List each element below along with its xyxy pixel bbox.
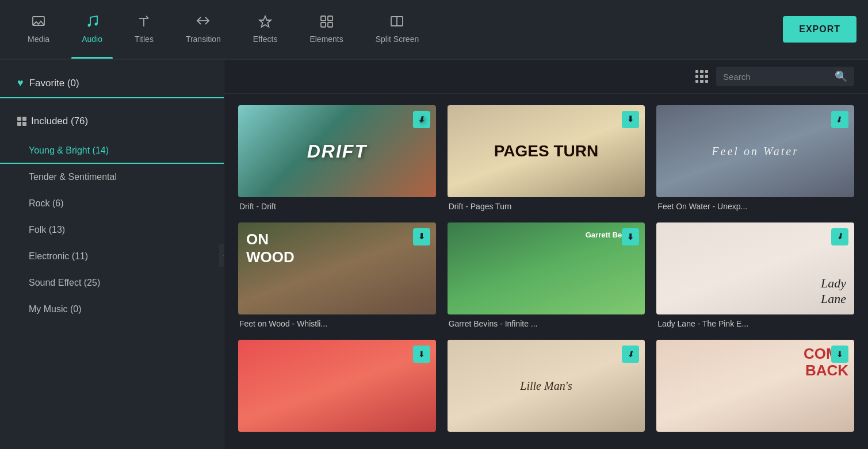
- pages-thumb-text: PAGES TURN: [494, 143, 599, 160]
- search-bar: 🔍: [224, 60, 868, 94]
- media-label: Media: [28, 34, 49, 44]
- music-card-infinite[interactable]: Garrett Bevins ⬇ Garret Bevins - Infinit…: [448, 222, 645, 328]
- bottom2-thumb-text: Lille Man's: [520, 379, 572, 393]
- music-card-water[interactable]: Feel on Water ⬇ Feet On Water - Unexp...: [656, 105, 854, 211]
- music-card-bottom2-thumb: Lille Man's ⬇: [448, 340, 645, 432]
- sidebar-item-tender[interactable]: Tender & Sentimental: [0, 164, 224, 190]
- content-area: 🔍 DRIFT ⬇ Drift - Drift PAGES TURN ⬇ Dri…: [224, 60, 868, 449]
- pages-download-badge[interactable]: ⬇: [622, 111, 639, 128]
- lady-download-badge[interactable]: ⬇: [831, 228, 848, 245]
- music-card-wood[interactable]: ON WOOD ⬇ Feet on Wood - Whistli...: [238, 222, 436, 328]
- infinite-download-badge[interactable]: ⬇: [622, 228, 639, 245]
- svg-rect-8: [321, 16, 326, 21]
- sidebar-included-header: Included (76): [0, 110, 224, 137]
- music-card-bottom3-thumb: COME BACK ⬇: [656, 340, 854, 432]
- nav-item-titles[interactable]: Titles: [118, 0, 170, 59]
- audio-label: Audio: [82, 34, 102, 44]
- music-card-lady-thumb: Lady Lane ⬇: [656, 222, 854, 314]
- lady-thumb-text: Lady Lane: [821, 276, 846, 306]
- svg-rect-9: [328, 16, 332, 21]
- grid-view-toggle[interactable]: [695, 70, 708, 83]
- svg-rect-11: [328, 22, 332, 27]
- bottom3-download-badge[interactable]: ⬇: [831, 346, 848, 363]
- music-card-lady[interactable]: Lady Lane ⬇ Lady Lane - The Pink E...: [656, 222, 854, 328]
- nav-item-audio[interactable]: Audio: [66, 0, 118, 59]
- search-icon: 🔍: [835, 70, 847, 83]
- export-button[interactable]: EXPORT: [783, 16, 856, 43]
- favorite-label: Favorite (0): [29, 78, 79, 89]
- music-card-bottom1[interactable]: ⬇: [238, 340, 436, 436]
- search-wrapper: 🔍: [716, 67, 854, 86]
- music-card-pages-title: Drift - Pages Turn: [448, 202, 645, 211]
- bottom2-download-badge[interactable]: ⬇: [622, 346, 639, 363]
- sidebar-favorite[interactable]: ♥ Favorite (0): [0, 71, 224, 98]
- sidebar-item-sound-effect[interactable]: Sound Effect (25): [0, 270, 224, 296]
- top-nav: Media Audio Titles: [0, 0, 868, 60]
- music-card-water-title: Feet On Water - Unexp...: [656, 202, 854, 211]
- sidebar-item-my-music[interactable]: My Music (0): [0, 296, 224, 323]
- sidebar-item-rock[interactable]: Rock (6): [0, 190, 224, 217]
- sidebar-item-folk[interactable]: Folk (13): [0, 217, 224, 243]
- music-grid: DRIFT ⬇ Drift - Drift PAGES TURN ⬇ Drift…: [224, 94, 868, 448]
- svg-marker-7: [259, 16, 271, 27]
- nav-item-transition[interactable]: Transition: [170, 0, 237, 59]
- nav-item-elements[interactable]: Elements: [293, 0, 359, 59]
- drift-thumb-text: DRIFT: [307, 141, 367, 162]
- transition-icon: [196, 15, 210, 31]
- elements-label: Elements: [309, 34, 343, 44]
- svg-point-1: [88, 24, 91, 27]
- music-card-pages-thumb: PAGES TURN ⬇: [448, 105, 645, 197]
- svg-point-2: [95, 23, 98, 26]
- sidebar-item-electronic[interactable]: Electronic (11): [0, 243, 224, 270]
- bottom1-download-badge[interactable]: ⬇: [413, 346, 430, 363]
- nav-item-effects[interactable]: Effects: [237, 0, 294, 59]
- heart-icon: ♥: [17, 77, 24, 89]
- nav-item-media[interactable]: Media: [12, 0, 66, 59]
- sidebar-category-list: Young & Bright (14) Tender & Sentimental…: [0, 137, 224, 323]
- sidebar-collapse-button[interactable]: ◀: [219, 244, 224, 267]
- water-download-badge[interactable]: ⬇: [831, 111, 848, 128]
- main-area: ♥ Favorite (0) Included (76) Young & Bri…: [0, 60, 868, 449]
- music-card-infinite-thumb: Garrett Bevins ⬇: [448, 222, 645, 314]
- included-label: Included (76): [31, 116, 88, 127]
- transition-label: Transition: [186, 34, 221, 44]
- music-card-wood-title: Feet on Wood - Whistli...: [238, 319, 436, 328]
- music-card-bottom1-thumb: ⬇: [238, 340, 436, 432]
- music-card-bottom3[interactable]: COME BACK ⬇: [656, 340, 854, 436]
- svg-rect-10: [321, 22, 326, 27]
- music-card-water-thumb: Feel on Water ⬇: [656, 105, 854, 197]
- nav-item-split-screen[interactable]: Split Screen: [360, 0, 435, 59]
- music-card-pages[interactable]: PAGES TURN ⬇ Drift - Pages Turn: [448, 105, 645, 211]
- music-card-lady-title: Lady Lane - The Pink E...: [656, 319, 854, 328]
- music-card-bottom2[interactable]: Lille Man's ⬇: [448, 340, 645, 436]
- split-screen-label: Split Screen: [376, 34, 419, 44]
- audio-icon: [86, 15, 98, 31]
- elements-icon: [320, 15, 334, 31]
- wood-thumb-text: ON WOOD: [246, 231, 295, 266]
- included-grid-icon: [17, 117, 26, 126]
- music-card-drift[interactable]: DRIFT ⬇ Drift - Drift: [238, 105, 436, 211]
- music-card-drift-title: Drift - Drift: [238, 202, 436, 211]
- wood-download-badge[interactable]: ⬇: [413, 228, 430, 245]
- sidebar: ♥ Favorite (0) Included (76) Young & Bri…: [0, 60, 224, 449]
- search-input[interactable]: [723, 72, 830, 82]
- drift-download-badge[interactable]: ⬇: [413, 111, 430, 128]
- split-screen-icon: [390, 15, 404, 31]
- music-card-wood-thumb: ON WOOD ⬇: [238, 222, 436, 314]
- effects-label: Effects: [253, 34, 278, 44]
- sidebar-item-young[interactable]: Young & Bright (14): [0, 137, 224, 164]
- titles-icon: [138, 15, 150, 31]
- media-icon: [32, 15, 45, 31]
- music-card-infinite-title: Garret Bevins - Infinite ...: [448, 319, 645, 328]
- music-card-drift-thumb: DRIFT ⬇: [238, 105, 436, 197]
- titles-label: Titles: [135, 34, 154, 44]
- effects-icon: [258, 15, 272, 31]
- water-thumb-text: Feel on Water: [712, 145, 799, 158]
